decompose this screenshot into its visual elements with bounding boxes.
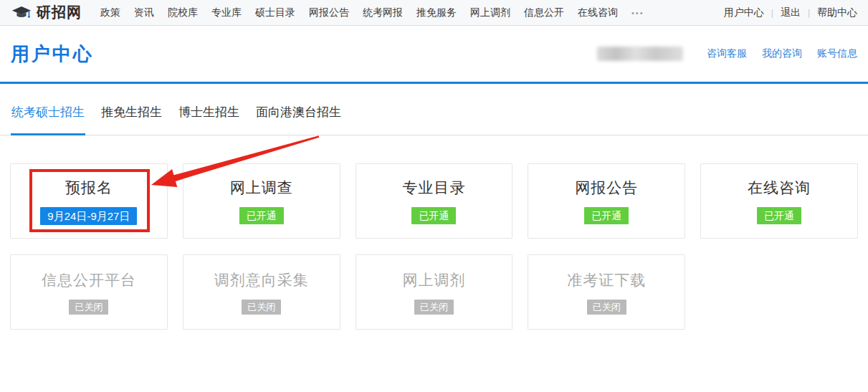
card-title: 网上调剂 <box>402 270 465 290</box>
card-title: 专业目录 <box>402 178 465 198</box>
tab-exempt-students[interactable]: 推免生招生 <box>100 104 163 135</box>
nav-item-report-announcement[interactable]: 网报公告 <box>309 6 349 19</box>
status-badge-closed: 已关闭 <box>414 300 454 315</box>
site-logo-text: 研招网 <box>37 3 82 22</box>
nav-item-college-library[interactable]: 院校库 <box>168 6 198 19</box>
nav-item-news[interactable]: 资讯 <box>134 6 154 19</box>
nav-item-major-library[interactable]: 专业库 <box>211 6 242 19</box>
card-title: 预报名 <box>65 178 113 198</box>
site-logo[interactable]: 研招网 <box>11 3 82 22</box>
date-range-badge: 9月24日-9月27日 <box>40 207 137 225</box>
nav-item-online-consult[interactable]: 在线咨询 <box>578 6 618 19</box>
nav-item-info-disclosure[interactable]: 信息公开 <box>524 6 564 19</box>
card-title: 网上调查 <box>230 178 293 198</box>
nav-help-center-link[interactable]: 帮助中心 <box>817 6 857 19</box>
page-title: 用户中心 <box>11 42 94 67</box>
username-redacted <box>597 47 683 61</box>
user-center-page: 研招网 政策 资讯 院校库 专业库 硕士目录 网报公告 统考网报 推免服务 网上… <box>0 0 868 392</box>
status-badge-open: 已开通 <box>757 207 801 224</box>
service-cards-grid: 预报名 9月24日-9月27日 网上调查 已开通 专业目录 已开通 网报公告 已… <box>10 163 858 330</box>
my-consultations-link[interactable]: 我的咨询 <box>762 47 802 60</box>
card-preregistration[interactable]: 预报名 9月24日-9月27日 <box>10 163 168 239</box>
card-admission-ticket-download: 准考证下载 已关闭 <box>528 254 685 330</box>
card-transfer-intent-collection: 调剂意向采集 已关闭 <box>183 254 340 330</box>
nav-user-center-link[interactable]: 用户中心 <box>724 6 764 19</box>
status-badge-closed: 已关闭 <box>69 300 108 315</box>
card-title: 调剂意向采集 <box>214 270 309 290</box>
nav-item-policy[interactable]: 政策 <box>100 6 120 19</box>
divider: | <box>771 8 773 18</box>
admission-type-tabs: 统考硕士招生 推免生招生 博士生招生 面向港澳台招生 <box>0 84 868 135</box>
page-header: 用户中心 咨询客服 我的咨询 账号信息 <box>0 26 868 84</box>
account-info-link[interactable]: 账号信息 <box>817 47 857 60</box>
header-right: 咨询客服 我的咨询 账号信息 <box>597 47 857 61</box>
card-title: 准考证下载 <box>567 270 646 290</box>
card-major-catalog[interactable]: 专业目录 已开通 <box>356 163 513 239</box>
nav-item-exempt-service[interactable]: 推免服务 <box>416 6 457 19</box>
tab-hk-macao-taiwan[interactable]: 面向港澳台招生 <box>255 104 342 135</box>
consult-service-link[interactable]: 咨询客服 <box>707 47 747 60</box>
tab-doctoral[interactable]: 博士生招生 <box>178 104 240 135</box>
card-online-transfer: 网上调剂 已关闭 <box>356 254 513 330</box>
status-badge-open: 已开通 <box>411 207 456 224</box>
main-nav: 政策 资讯 院校库 专业库 硕士目录 网报公告 统考网报 推免服务 网上调剂 信… <box>100 6 658 19</box>
card-online-consult[interactable]: 在线咨询 已开通 <box>700 163 858 239</box>
divider: | <box>808 8 810 18</box>
card-title: 在线咨询 <box>748 178 811 198</box>
nav-item-unified-exam-report[interactable]: 统考网报 <box>363 6 403 19</box>
navbar-user-links: 用户中心 | 退出 | 帮助中心 <box>724 6 857 19</box>
card-info-disclosure-platform: 信息公开平台 已关闭 <box>10 254 168 330</box>
status-badge-open: 已开通 <box>239 207 284 224</box>
card-report-announcement[interactable]: 网报公告 已开通 <box>528 163 685 239</box>
status-badge-open: 已开通 <box>584 207 629 224</box>
card-title: 信息公开平台 <box>42 270 136 290</box>
status-badge-closed: 已关闭 <box>587 300 626 315</box>
graduation-cap-icon <box>11 4 32 21</box>
status-badge-closed: 已关闭 <box>242 300 281 315</box>
nav-item-master-catalog[interactable]: 硕士目录 <box>255 6 295 19</box>
nav-more-button[interactable]: ••• <box>631 9 644 17</box>
card-title: 网报公告 <box>575 178 638 198</box>
card-online-survey[interactable]: 网上调查 已开通 <box>183 163 340 239</box>
tab-unified-master[interactable]: 统考硕士招生 <box>11 104 85 135</box>
nav-logout-link[interactable]: 退出 <box>781 6 801 19</box>
nav-item-online-transfer[interactable]: 网上调剂 <box>470 6 510 19</box>
top-navbar: 研招网 政策 资讯 院校库 专业库 硕士目录 网报公告 统考网报 推免服务 网上… <box>0 0 868 26</box>
